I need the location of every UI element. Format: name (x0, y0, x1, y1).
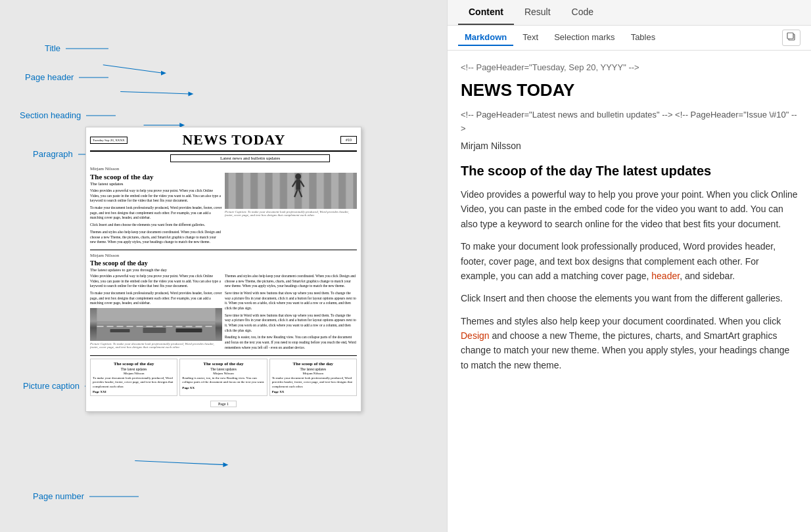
svg-line-10 (135, 460, 225, 464)
svg-rect-32 (143, 328, 166, 333)
svg-rect-36 (787, 33, 793, 39)
main-tabs-bar: Content Result Code (448, 0, 811, 26)
image-caption-top: Picture Caption: To make your document l… (225, 210, 357, 217)
newspaper-document: Tuesday Sep 20, XXXX NEWS TODAY #10 Late… (85, 127, 361, 412)
copy-icon (787, 32, 796, 41)
copy-button[interactable] (782, 30, 800, 46)
body-para-3: Click Insert and then choose the element… (461, 291, 798, 305)
article-heading: The scoop of the day The latest updates (461, 162, 798, 179)
svg-line-2 (120, 91, 190, 94)
main-heading: NEWS TODAY (461, 80, 798, 100)
svg-rect-19 (225, 173, 357, 209)
col-left-mid: Video provides a powerful way to help yo… (90, 274, 222, 353)
crosswalk-image (225, 173, 357, 209)
cars-caption: Picture Caption: To make your document l… (90, 342, 222, 349)
svg-point-22 (295, 173, 301, 179)
newspaper-issue-box: #10 (340, 136, 357, 144)
tab-content[interactable]: Content (458, 0, 514, 25)
svg-marker-3 (188, 91, 193, 96)
comment-page-header-1: <!-- PageHeader="Tuesday, Sep 20, YYYY" … (461, 61, 798, 75)
section2-title: The scoop of the day (90, 259, 357, 267)
para-2: To make your document look professionall… (90, 206, 222, 221)
columns-top: The scoop of the day The latest updates … (90, 173, 357, 247)
sub-tab-tables[interactable]: Tables (624, 30, 662, 46)
svg-marker-1 (161, 71, 166, 76)
author-display: Mirjam Nilsson (461, 139, 798, 153)
svg-rect-23 (296, 179, 300, 190)
annotation-page-header: Page header (25, 72, 112, 82)
para-1: Video provides a powerful way to help yo… (90, 188, 222, 204)
svg-rect-31 (110, 329, 130, 332)
body-para-4: Themes and styles also help keep your do… (461, 314, 798, 373)
content-area: <!-- PageHeader="Tuesday, Sep 20, YYYY" … (448, 51, 811, 532)
col-right-top: Picture Caption: To make your document l… (225, 173, 357, 247)
page-number: Page 1 (210, 401, 237, 407)
tab-code[interactable]: Code (561, 0, 604, 25)
header-link[interactable]: header (651, 271, 680, 281)
annotation-section-heading: Section heading (20, 110, 119, 120)
section2-subtitle: The latest updates to get you through th… (90, 267, 357, 272)
newspaper-body: Mirjam Nilsson The scoop of the day The … (90, 166, 357, 407)
divider-1 (90, 250, 357, 250)
mini-section-2: The scoop of the day The latest updates … (179, 359, 267, 397)
col-right-mid: Themes and styles also help keep your do… (225, 274, 357, 353)
annotation-page-number: Page number (33, 491, 142, 501)
svg-marker-11 (223, 462, 228, 467)
mini-page-2: Page XX (182, 386, 264, 389)
cars-image (90, 308, 222, 341)
svg-rect-33 (176, 328, 202, 332)
body-para-2: To make your document look professionall… (461, 239, 798, 283)
tab-result[interactable]: Result (514, 0, 561, 25)
svg-rect-29 (97, 308, 216, 321)
section-title: The scoop of the day (90, 173, 222, 181)
mini-page-3: Page XX (272, 390, 354, 393)
newspaper-date-box: Tuesday Sep 20, XXXX (90, 137, 127, 144)
para-4: Themes and styles also help keep your do… (90, 230, 222, 245)
mini-section-3: The scoop of the day The latest updates … (269, 359, 357, 397)
newspaper-subtitle-row: Latest news and bulletin updates (90, 153, 357, 164)
annotation-area: Title Page header Section heading Paragr… (13, 13, 407, 519)
sub-tabs-bar: Markdown Text Selection marks Tables (448, 26, 811, 51)
section2-author: Mirjam Nilsson (90, 253, 357, 258)
sub-tab-markdown[interactable]: Markdown (458, 30, 513, 46)
author-name: Mirjam Nilsson (90, 166, 357, 171)
meta-comments: <!-- PageHeader="Latest news and bulleti… (461, 108, 798, 136)
sub-tab-selection-marks[interactable]: Selection marks (547, 30, 621, 46)
mini-section-1: The scoop of the day The latest updates … (90, 359, 177, 397)
sub-tab-text[interactable]: Text (516, 30, 545, 46)
mini-page-1: Page XXI (93, 390, 175, 393)
columns-mid: Video provides a powerful way to help yo… (90, 274, 357, 353)
col-left-top: The scoop of the day The latest updates … (90, 173, 222, 247)
left-panel: Title Page header Section heading Paragr… (0, 0, 447, 532)
divider-2 (90, 355, 357, 356)
para-3: Click Insert and then choose the element… (90, 223, 222, 228)
three-columns: The scoop of the day The latest updates … (90, 359, 357, 397)
right-panel: Content Result Code Markdown Text Select… (447, 0, 811, 532)
section-subtitle: The latest updates (90, 181, 222, 187)
annotation-title: Title (45, 43, 112, 53)
newspaper-header: Tuesday Sep 20, XXXX NEWS TODAY #10 (90, 131, 357, 152)
newspaper-subtitle: Latest news and bulletin updates (170, 154, 331, 162)
design-link[interactable]: Design (461, 330, 490, 341)
newspaper-title: NEWS TODAY (127, 131, 340, 148)
body-para-1: Video provides a powerful way to help yo… (461, 187, 798, 231)
